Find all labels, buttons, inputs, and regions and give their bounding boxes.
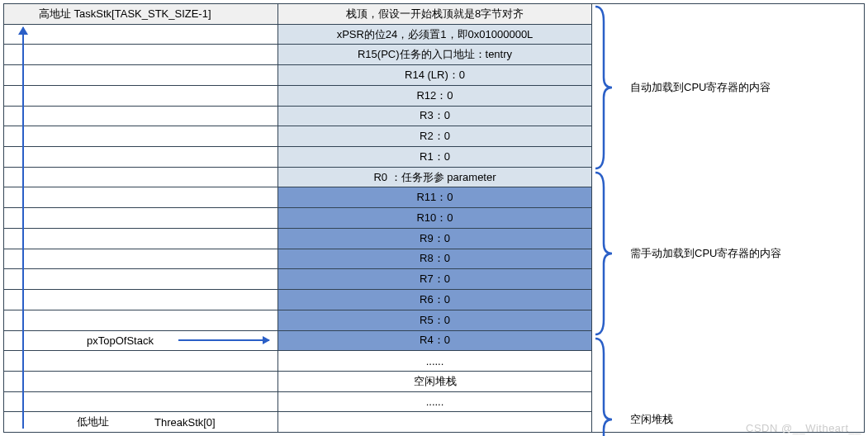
threakstk-label: ThreakStk[0] (154, 416, 216, 429)
reg-cell-r4: R4：0 (278, 331, 591, 352)
reg-cell-r8: R8：0 (278, 249, 591, 270)
left-row (4, 249, 277, 270)
cell-text: R14 (LR)：0 (405, 68, 465, 83)
cell-text: xPSR的位24，必须置1，即0x01000000L (337, 27, 534, 42)
reg-cell-xpsr: xPSR的位24，必须置1，即0x01000000L (278, 25, 591, 45)
idle-section: 空闲堆栈 (592, 337, 864, 436)
reg-cell-r2: R2：0 (278, 126, 591, 147)
left-row (4, 25, 277, 45)
middle-column: 栈顶，假设一开始栈顶就是8字节对齐 xPSR的位24，必须置1，即0x01000… (278, 4, 592, 432)
left-row (4, 269, 277, 290)
mid-header: 栈顶，假设一开始栈顶就是8字节对齐 (278, 4, 591, 25)
cell-text: R9：0 (420, 231, 450, 246)
pxtop-arrow-icon (178, 339, 269, 341)
cell-text: R1：0 (420, 149, 450, 164)
left-row (4, 126, 277, 147)
high-addr-label: 高地址 TaskStk[TASK_STK_SIZE-1] (39, 7, 211, 21)
auto-load-section: 自动加载到CPU寄存器的内容 (592, 5, 864, 171)
reg-cell-r5: R5：0 (278, 310, 591, 331)
pxtop-label: pxTopOfStack (87, 334, 154, 347)
left-row (4, 229, 277, 249)
left-row (4, 147, 277, 168)
idle-cell: 空闲堆栈 (278, 372, 591, 392)
cell-text: R10：0 (416, 211, 453, 225)
idle-cell: ...... (278, 392, 591, 413)
watermark: CSDN @__Witheart__ (746, 422, 861, 434)
left-row (4, 65, 277, 86)
left-row (4, 45, 277, 65)
left-footer: 低地址 ThreakStk[0] (4, 412, 277, 432)
cell-text: R12：0 (416, 88, 453, 103)
brace-icon (592, 337, 615, 436)
left-row (4, 208, 277, 229)
reg-cell-r6: R6：0 (278, 290, 591, 310)
reg-cell-r11: R11：0 (278, 187, 591, 208)
left-row (4, 392, 277, 413)
left-header: 高地址 TaskStk[TASK_STK_SIZE-1] (4, 4, 277, 25)
manual-load-section: 需手动加载到CPU寄存器的内容 (592, 171, 864, 337)
manual-load-label: 需手动加载到CPU寄存器的内容 (615, 246, 864, 261)
reg-cell-r1: R1：0 (278, 147, 591, 168)
cell-text: ...... (426, 355, 444, 367)
cell-text: R4：0 (420, 333, 450, 348)
left-row (4, 187, 277, 208)
reg-cell-r12: R12：0 (278, 86, 591, 107)
address-arrow-up (22, 27, 24, 429)
low-addr-label: 低地址 (31, 415, 154, 429)
cell-text: R5：0 (420, 313, 450, 328)
cell-text: R8：0 (420, 251, 450, 266)
pxtop-row: pxTopOfStack (4, 331, 277, 352)
left-row (4, 372, 277, 392)
brace-icon (592, 5, 615, 170)
cell-text: 空闲堆栈 (414, 374, 457, 389)
reg-cell-r15: R15(PC)任务的入口地址：tentry (278, 45, 591, 65)
cell-text: R15(PC)任务的入口地址：tentry (358, 47, 512, 62)
cell-text: R7：0 (420, 272, 450, 287)
reg-cell-r3: R3：0 (278, 107, 591, 127)
idle-cell: ...... (278, 351, 591, 372)
mid-footer (278, 412, 591, 432)
cell-text: R0 ：任务形参 parameter (373, 170, 496, 185)
left-row (4, 290, 277, 310)
left-row (4, 86, 277, 107)
cell-text: R3：0 (420, 108, 450, 123)
stack-diagram: 高地址 TaskStk[TASK_STK_SIZE-1] pxTopOfStac… (3, 3, 865, 433)
brace-icon (592, 171, 615, 336)
reg-cell-r14: R14 (LR)：0 (278, 65, 591, 86)
left-row (4, 310, 277, 331)
cell-text: ...... (426, 396, 444, 408)
reg-cell-r10: R10：0 (278, 208, 591, 229)
cell-text: R11：0 (416, 190, 453, 205)
right-column: 自动加载到CPU寄存器的内容 需手动加载到CPU寄存器的内容 空闲堆栈 (592, 4, 864, 432)
reg-cell-r7: R7：0 (278, 269, 591, 290)
left-row (4, 107, 277, 127)
left-column: 高地址 TaskStk[TASK_STK_SIZE-1] pxTopOfStac… (4, 4, 278, 432)
left-row (4, 168, 277, 188)
reg-cell-r0: R0 ：任务形参 parameter (278, 168, 591, 188)
stack-top-label: 栈顶，假设一开始栈顶就是8字节对齐 (346, 7, 524, 21)
cell-text: R6：0 (420, 292, 450, 307)
left-row (4, 351, 277, 372)
auto-load-label: 自动加载到CPU寄存器的内容 (615, 80, 864, 95)
cell-text: R2：0 (420, 129, 450, 144)
reg-cell-r9: R9：0 (278, 229, 591, 249)
